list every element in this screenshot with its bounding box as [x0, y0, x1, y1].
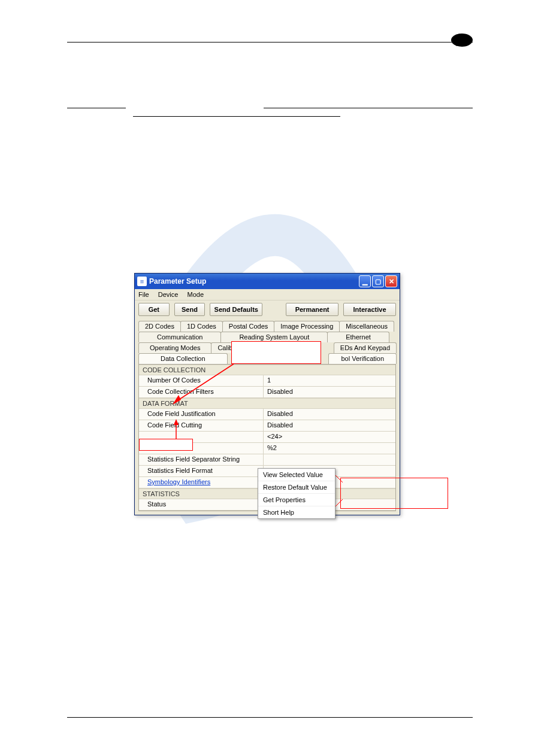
row-code-collection-filters[interactable]: Code Collection Filters Disabled	[139, 387, 395, 398]
label-status: Status	[139, 499, 264, 510]
get-button[interactable]: Get	[138, 303, 170, 316]
tab-image-processing[interactable]: Image Processing	[274, 321, 340, 332]
app-icon: ≡	[137, 277, 147, 286]
section-code-collection: CODE COLLECTION	[139, 365, 395, 375]
value-hidden-pct2[interactable]: %2	[264, 443, 395, 454]
annotation-box-left	[139, 439, 193, 451]
menu-short-help[interactable]: Short Help	[258, 506, 335, 518]
row-code-field-cutting[interactable]: Code Field Cutting Disabled	[139, 420, 395, 432]
titlebar[interactable]: ≡ Parameter Setup ▁ ▢ ✕	[135, 274, 400, 289]
page-rule-2c	[133, 116, 340, 117]
minimize-button[interactable]: ▁	[359, 275, 371, 287]
tab-leds-keypad-partial[interactable]: EDs And Keypad	[334, 342, 397, 353]
tab-symbol-verification-partial[interactable]: bol Verification	[328, 353, 397, 364]
label-code-field-justification: Code Field Justification	[139, 409, 264, 420]
menu-get-properties[interactable]: Get Properties	[258, 494, 335, 506]
menu-view-selected-value[interactable]: View Selected Value	[258, 469, 335, 481]
menu-file[interactable]: File	[138, 291, 149, 298]
close-button[interactable]: ✕	[385, 275, 397, 287]
menubar: File Device Mode	[135, 289, 400, 300]
label-stats-separator: Statistics Field Separator String	[139, 454, 264, 465]
toolbar: Get Send Send Defaults Permanent Interac…	[135, 300, 400, 321]
send-button[interactable]: Send	[174, 303, 205, 316]
menu-device[interactable]: Device	[158, 291, 179, 298]
tab-communication[interactable]: Communication	[138, 332, 221, 342]
permanent-button[interactable]: Permanent	[286, 303, 338, 316]
tab-miscellaneous[interactable]: Miscellaneous	[339, 321, 394, 332]
menu-restore-default-value[interactable]: Restore Default Value	[258, 481, 335, 494]
send-defaults-button[interactable]: Send Defaults	[210, 303, 262, 316]
page-rule-2b	[264, 108, 473, 108]
value-stats-separator[interactable]	[264, 454, 395, 465]
section-data-format: DATA FORMAT	[139, 398, 395, 409]
value-code-collection-filters[interactable]: Disabled	[264, 387, 395, 397]
value-code-field-justification[interactable]: Disabled	[264, 409, 395, 420]
tab-ethernet[interactable]: Ethernet	[327, 332, 389, 342]
value-code-field-cutting[interactable]: Disabled	[264, 420, 395, 431]
page-rule-bottom	[67, 717, 473, 718]
tab-data-collection[interactable]: Data Collection	[138, 353, 228, 364]
annotation-box-right	[340, 478, 448, 509]
label-symbology-identifiers[interactable]: Symbology Identifiers	[139, 477, 264, 488]
label-number-of-codes: Number Of Codes	[139, 375, 264, 386]
value-number-of-codes[interactable]: 1	[264, 375, 395, 386]
tab-operating-modes[interactable]: Operating Modes	[138, 342, 211, 353]
maximize-button[interactable]: ▢	[372, 275, 384, 287]
label-code-field-cutting: Code Field Cutting	[139, 420, 264, 431]
label-code-collection-filters: Code Collection Filters	[139, 387, 264, 397]
row-stats-separator[interactable]: Statistics Field Separator String	[139, 454, 395, 466]
menu-mode[interactable]: Mode	[187, 291, 204, 298]
row-number-of-codes[interactable]: Number Of Codes 1	[139, 375, 395, 387]
value-hidden-24[interactable]: <24>	[264, 432, 395, 442]
context-menu: View Selected Value Restore Default Valu…	[258, 468, 335, 519]
interactive-button[interactable]: Interactive	[343, 303, 396, 316]
page-rule-2a	[67, 108, 126, 108]
label-stats-format: Statistics Field Format	[139, 466, 264, 476]
annotation-box-top	[231, 341, 321, 364]
tab-postal-codes[interactable]: Postal Codes	[222, 321, 274, 332]
tab-2d-codes[interactable]: 2D Codes	[138, 321, 181, 332]
page-rule-1	[67, 42, 473, 42]
tab-1d-codes[interactable]: 1D Codes	[180, 321, 223, 332]
window-title: Parameter Setup	[149, 277, 206, 286]
page-corner-dot	[451, 34, 473, 47]
row-code-field-justification[interactable]: Code Field Justification Disabled	[139, 409, 395, 420]
